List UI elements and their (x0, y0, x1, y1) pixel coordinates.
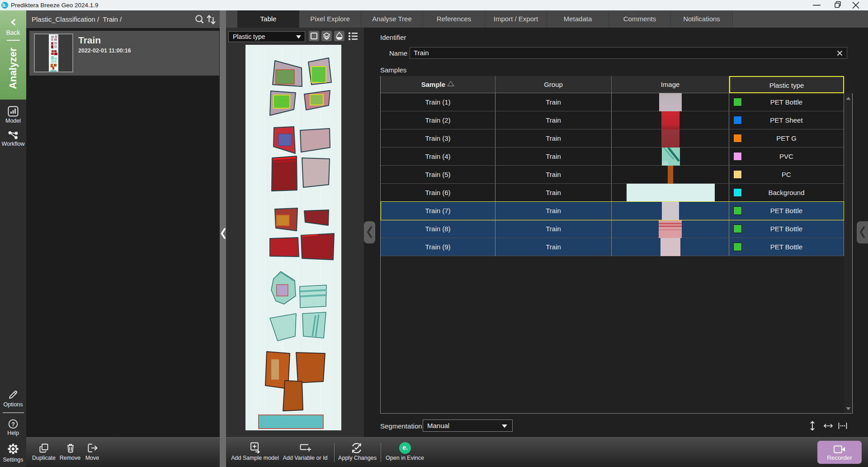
svg-text:b.: b. (2, 2, 6, 8)
svg-text:?: ? (11, 421, 15, 428)
